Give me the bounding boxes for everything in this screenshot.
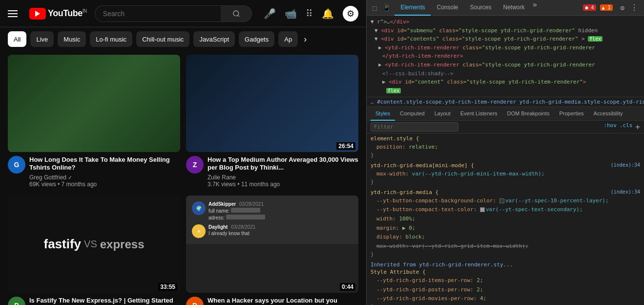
video-card-2[interactable]: 26:54 Z How a Top Medium Author Averaged…: [186, 55, 358, 188]
hov-button[interactable]: :hov: [603, 122, 617, 131]
chat-text-1: full name:: [208, 208, 353, 214]
style-rule-items-per-row: --ytd-rich-grid-items-per-row: 2;: [371, 276, 640, 285]
tabs-more-icon[interactable]: »: [531, 0, 540, 16]
subtab-styles[interactable]: Styles: [371, 107, 395, 121]
style-selector-attribute: Style Attribute {: [371, 269, 640, 275]
video-card-1[interactable]: G How Long Does It Take To Make Money Se…: [8, 55, 180, 188]
subtab-properties[interactable]: Properties: [554, 107, 588, 121]
dom-line-8: flex: [371, 87, 640, 95]
tab-elements[interactable]: Elements: [395, 0, 431, 16]
dom-line-3: ▶ <ytd-rich-item-renderer class="style-s…: [371, 44, 640, 52]
video-duration-3: 33:55: [158, 283, 177, 291]
cls-button[interactable]: .cls: [620, 122, 633, 131]
chat-username-1: AddSkipper 03/28/2021: [208, 201, 353, 207]
add-rule-button[interactable]: +: [635, 122, 640, 131]
channel-avatar-4: D: [186, 297, 204, 305]
color-swatch-2: [480, 207, 485, 212]
devtools-tabs: Elements Console Sources Network »: [395, 0, 581, 16]
subtab-dom-breakpoints[interactable]: DOM Breakpoints: [502, 107, 555, 121]
tab-network[interactable]: Network: [498, 0, 531, 16]
chip-javascript[interactable]: JavaScript: [193, 31, 235, 47]
dom-tree: ▼ r">…</div> ▼ <div id="submenu" class="…: [367, 16, 644, 97]
video-info-4: D When a Hacker says your Location but y…: [186, 297, 358, 305]
chat-avatar-2: ☀: [192, 224, 206, 238]
video-meta-2: 3.7K views • 11 months ago: [208, 181, 358, 188]
video-title-3: Is Fastify The New Express.js? | Getting…: [29, 297, 180, 305]
inherited-from-1[interactable]: Inherited from ytd-rich-grid-renderer.st…: [371, 261, 640, 268]
search-bar: [95, 5, 252, 22]
subtab-computed[interactable]: Computed: [395, 107, 430, 121]
chip-chillout[interactable]: Chill-out music: [136, 31, 189, 47]
expand-arrow-1[interactable]: ▼: [374, 27, 378, 34]
channel-avatar-1: G: [8, 156, 25, 174]
devtools-panel: ⬚ 📱 Elements Console Sources Network » ●…: [366, 0, 644, 305]
search-input[interactable]: [95, 5, 221, 22]
subtab-accessibility[interactable]: Accessibility: [589, 107, 628, 121]
search-button[interactable]: [221, 5, 252, 22]
chip-lofi[interactable]: Lo-fi music: [90, 31, 132, 47]
dom-line-7: ▶ <div id="content" class="style-scope y…: [371, 78, 640, 87]
chat-reply-text: I already know that: [208, 231, 353, 236]
chip-all[interactable]: All: [8, 31, 26, 47]
style-source-mini[interactable]: (index):34: [611, 162, 640, 168]
style-rule-posts-per-row: --ytd-rich-grid-posts-per-row: 2;: [371, 285, 640, 295]
expand-arrow-5[interactable]: ▶: [378, 62, 382, 68]
devtools-inspect-icon[interactable]: ⬚: [371, 4, 378, 12]
devtools-settings-icon[interactable]: ⚙: [619, 4, 626, 12]
video-card-3[interactable]: fastify VS express 33:55 P Is Fastify Th…: [8, 196, 180, 305]
styles-filter-bar: :hov .cls +: [367, 121, 644, 133]
subtab-layout[interactable]: Layout: [430, 107, 456, 121]
chat-username-2: Daylight 03/28/2021: [208, 224, 353, 230]
style-rule-position: position: relative;: [371, 143, 640, 152]
youtube-header: YouTubeIN 🎤 📹 ⠿ 🔔 ⚙: [0, 0, 366, 27]
video-meta-1: 69K views • 7 months ago: [29, 181, 180, 188]
warn-badge: ▲ 1: [600, 4, 613, 11]
mic-icon[interactable]: 🎤: [264, 8, 276, 20]
style-rule-bg-color: --yt-button-compact-background-color: va…: [371, 196, 640, 206]
video-grid: G How Long Does It Take To Make Money Se…: [0, 51, 366, 305]
expand-arrow-3[interactable]: ▶: [378, 44, 382, 51]
hamburger-menu-icon[interactable]: [8, 10, 18, 17]
dom-line-0: ▼ r">…</div>: [371, 18, 640, 26]
devtools-more-icon[interactable]: ⋮: [628, 3, 640, 12]
style-rule-max-width-mini: max-width: var(--ytd-rich-grid-mini-item…: [371, 170, 640, 179]
video-card-4[interactable]: 🌍 AddSkipper 03/28/2021 full name: adres…: [186, 196, 358, 305]
expand-arrow-7[interactable]: ▶: [382, 79, 386, 85]
dom-line-2: ▼ <div id="contents" class="style-scope …: [371, 35, 640, 44]
style-block-mini-mode: ytd-rich-grid-media[mini-mode] { (index)…: [371, 162, 640, 185]
github-icon[interactable]: ⚙: [343, 6, 358, 22]
video-info-1: G How Long Does It Take To Make Money Se…: [8, 156, 180, 188]
expand-arrow-2[interactable]: ▼: [374, 36, 378, 42]
camera-icon[interactable]: 📹: [285, 8, 297, 20]
breadcrumb-grid-media[interactable]: ytd-rich-grid-media.style-scope.ytd-rich…: [519, 99, 644, 105]
breadcrumb-content[interactable]: #content.style-scope.ytd-rich-item-rende…: [377, 99, 516, 105]
chips-next-icon[interactable]: ›: [304, 34, 307, 44]
chip-music[interactable]: Music: [58, 31, 86, 47]
grid-icon[interactable]: ⠿: [306, 8, 313, 20]
style-selector-element: element.style {: [371, 135, 640, 142]
video-info-3: P Is Fastify The New Express.js? | Getti…: [8, 297, 180, 305]
chip-live[interactable]: Live: [30, 31, 54, 47]
chip-ap[interactable]: Ap: [278, 31, 298, 47]
chip-gadgets[interactable]: Gadgets: [239, 31, 274, 47]
expand-arrow-0[interactable]: ▼: [371, 19, 374, 25]
subtab-event-listeners[interactable]: Event Listeners: [456, 107, 502, 121]
tab-console[interactable]: Console: [431, 0, 464, 16]
channel-avatar-2: Z: [186, 156, 204, 174]
styles-filter-input[interactable]: [371, 122, 458, 131]
styles-content: element.style { position: relative; } yt…: [367, 133, 644, 305]
verified-badge-1: ✓: [68, 174, 72, 180]
video-thumbnail-4: 🌍 AddSkipper 03/28/2021 full name: adres…: [186, 196, 358, 293]
tab-sources[interactable]: Sources: [464, 0, 498, 16]
youtube-logo-icon: [29, 8, 46, 20]
video-text-4: When a Hacker says your Location but you…: [208, 297, 358, 305]
video-text-1: How Long Does It Take To Make Money Sell…: [29, 156, 180, 188]
style-source-grid[interactable]: (index):34: [611, 189, 640, 195]
error-badge: ● 4: [583, 4, 596, 11]
youtube-logo[interactable]: YouTubeIN: [29, 8, 87, 20]
devtools-device-icon[interactable]: 📱: [380, 4, 393, 12]
chat-avatar-1: 🌍: [192, 201, 206, 215]
bell-icon[interactable]: 🔔: [322, 8, 334, 20]
vs-text: VS: [84, 239, 97, 250]
youtube-in-badge: IN: [83, 8, 87, 14]
